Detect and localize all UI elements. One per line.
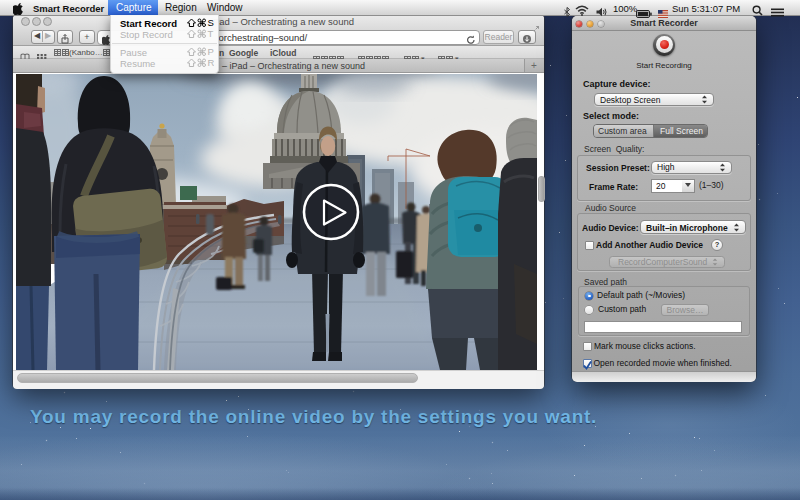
- svg-text:T: T: [208, 29, 214, 39]
- svg-text:P: P: [208, 47, 214, 57]
- svg-text:R: R: [208, 58, 215, 68]
- svg-text:S: S: [208, 18, 214, 28]
